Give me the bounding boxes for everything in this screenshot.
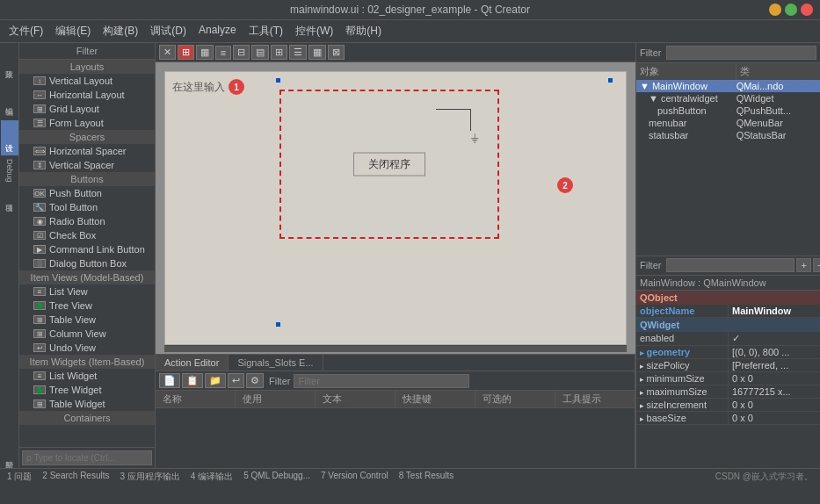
menu-controls[interactable]: 控件(W) [290,22,338,40]
horizontal-spacer-icon: ⟺ [33,147,46,155]
menu-build[interactable]: 构建(B) [98,22,143,40]
tree-row-pushbutton[interactable]: pushButton QPushButt... [636,104,820,117]
status-item-5[interactable]: 5 QML Debugg... [240,471,314,483]
props-key-enabled: enabled [636,332,729,345]
widget-tool-button[interactable]: 🔧Tool Button [19,200,155,214]
action-filter-input[interactable] [294,374,469,388]
widget-tree-widget[interactable]: 🌲Tree Widget [19,383,155,397]
toolbar-btn-8[interactable]: ▦ [308,45,326,60]
widget-list-view[interactable]: ≡List View [19,284,155,299]
action-new[interactable]: 📄 [159,373,180,388]
sidebar-icon-help[interactable]: 帮助 [1,442,18,468]
widget-dialog-button-box[interactable]: ░Dialog Button Box [19,256,155,270]
toolbar-btn-4[interactable]: ⊟ [233,45,250,60]
tree-row-mainwindow[interactable]: ▼ MainWindow QMai...ndo [636,80,820,92]
status-item-7[interactable]: 8 Test Results [395,471,458,483]
widget-vertical-layout[interactable]: ↕Vertical Layout [19,74,155,88]
widget-column-view[interactable]: ⊞Column View [19,327,155,341]
close-button[interactable] [801,4,813,16]
sidebar-icon-edit[interactable]: 编辑 [1,83,18,119]
toolbar-btn-2[interactable]: ▦ [196,45,214,60]
action-open[interactable]: 📁 [205,373,226,388]
tree-row-menubar[interactable]: menubar QMenuBar [636,117,820,129]
widget-undo-view[interactable]: ↩Undo View [19,341,155,355]
props-val-basesize[interactable]: 0 x 0 [729,412,820,424]
tree-row-centralwidget[interactable]: ▼ centralwidget QWidget [636,92,820,104]
status-item-3[interactable]: 3 应用程序输出 [117,471,184,483]
widget-grid-layout[interactable]: ⊞Grid Layout [19,102,155,116]
widget-radio-button[interactable]: ◉Radio Button [19,214,155,228]
toolbar-btn-6[interactable]: ⊞ [271,45,287,60]
status-item-1[interactable]: 1 问题 [4,471,35,483]
widget-tree-view[interactable]: 🌲Tree View [19,299,155,313]
props-row-basesize: baseSize 0 x 0 [636,412,820,425]
props-remove-button[interactable]: − [813,258,820,272]
tab-action-editor[interactable]: Action Editor [156,355,229,371]
props-val-minsize[interactable]: 0 x 0 [729,372,820,385]
tree-filter-input[interactable] [666,46,816,60]
status-item-6[interactable]: 7 Version Control [317,471,392,483]
locate-search-input[interactable] [22,450,152,465]
widget-vertical-spacer[interactable]: ⇕Vertical Spacer [19,158,155,172]
menu-tools[interactable]: 工具(T) [243,22,288,40]
tab-signals-slots[interactable]: Signals_Slots E... [229,355,323,371]
sidebar-icon-project[interactable]: 项目 [1,185,18,212]
check-box-icon: ☑ [33,231,46,240]
widget-table-view[interactable]: ⊞Table View [19,313,155,327]
canvas-area: 在这里输入 1 ⏚ 关闭程序 2 [156,62,635,354]
props-val-maxsize[interactable]: 16777215 x... [729,385,820,398]
toolbar-btn-1[interactable]: ⊞ [178,45,194,60]
menu-edit[interactable]: 编辑(E) [50,22,96,40]
widget-list-widget[interactable]: ≡List Widget [19,369,155,383]
toolbar-btn-7[interactable]: ☰ [289,45,307,60]
action-filter-area: Filter [265,374,631,388]
tree-row-statusbar[interactable]: statusbar QStatusBar [636,129,820,141]
close-program-button[interactable]: 关闭程序 [353,153,425,176]
form-layout-icon: ☰ [33,119,46,127]
widget-horizontal-layout[interactable]: ↔Horizontal Layout [19,88,155,102]
menu-help[interactable]: 帮助(H) [340,22,387,40]
sidebar-icon-debug[interactable]: Debug [1,157,18,184]
sidebar-icons: 政策 编辑 设计 Debug 项目 帮助 [0,43,19,468]
window-title: mainwindow.ui : 02_designer_example - Qt… [290,4,530,16]
props-key-sizepolicy: sizePolicy [636,359,729,371]
props-val-objectname[interactable]: MainWindow [729,305,820,317]
menu-file[interactable]: 文件(F) [4,22,48,40]
col-tooltip: 工具提示 [555,391,635,407]
toolbar-btn-3[interactable]: ≡ [215,46,231,60]
canvas-scrollbar-h[interactable] [164,345,627,352]
tree-header: 对象 类 [636,63,820,80]
props-filter-input[interactable] [666,258,795,272]
props-key-basesize: baseSize [636,412,729,424]
form-canvas[interactable]: 在这里输入 1 ⏚ 关闭程序 2 [164,71,627,345]
sidebar-icon-policy[interactable]: 政策 [1,47,18,82]
toolbar-btn-9[interactable]: ⊠ [328,45,345,60]
action-settings[interactable]: ⚙ [246,373,264,388]
grid-layout-icon: ⊞ [33,104,46,113]
window-buttons [769,4,813,16]
maximize-button[interactable] [785,4,797,16]
widget-horizontal-spacer[interactable]: ⟺Horizontal Spacer [19,144,155,158]
action-undo[interactable]: ↩ [228,373,244,388]
widget-push-button[interactable]: OKPush Button [19,186,155,200]
props-add-button[interactable]: + [796,258,810,272]
toolbar-btn-5[interactable]: ▤ [251,45,269,60]
props-row-sizepolicy: sizePolicy [Preferred, ... [636,359,820,372]
action-copy[interactable]: 📋 [182,373,203,388]
menu-debug[interactable]: 调试(D) [145,22,192,40]
props-val-sizepolicy[interactable]: [Preferred, ... [729,359,820,371]
widget-check-box[interactable]: ☑Check Box [19,228,155,242]
status-item-4[interactable]: 4 编译输出 [187,471,236,483]
vertical-spacer-icon: ⇕ [33,161,46,169]
status-item-2[interactable]: 2 Search Results [39,471,112,483]
menu-analyze[interactable]: Analyze [193,22,242,40]
close-tab-button[interactable]: ✕ [159,45,176,60]
widget-command-link[interactable]: ▶Command Link Button [19,242,155,256]
props-val-sizeincrement[interactable]: 0 x 0 [729,399,820,411]
sidebar-icon-design[interactable]: 设计 [1,120,18,155]
widget-form-layout[interactable]: ☰Form Layout [19,116,155,130]
minimize-button[interactable] [769,4,781,16]
props-val-enabled[interactable]: ✓ [729,332,820,345]
widget-table-widget[interactable]: ⊞Table Widget [19,397,155,411]
props-val-geometry[interactable]: [(0, 0), 800 ... [729,346,820,358]
